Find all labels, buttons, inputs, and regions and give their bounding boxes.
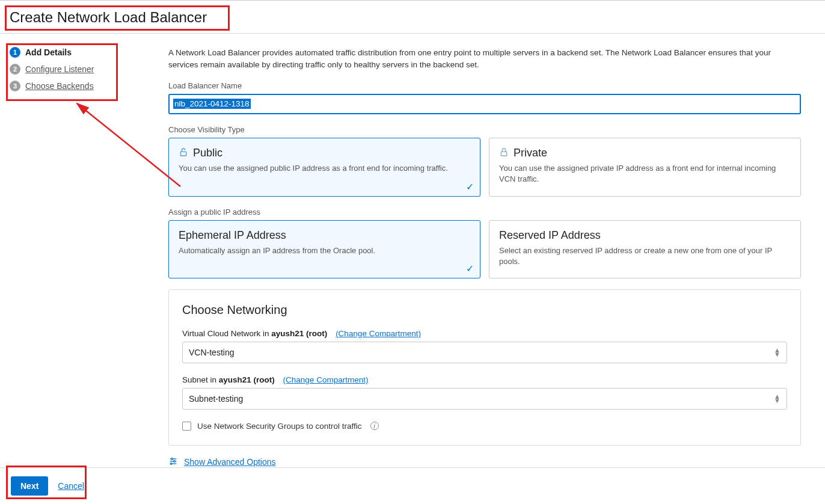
subnet-field-label: Subnet in ayush21 (root) (Change Compart… xyxy=(182,375,787,384)
nsg-checkbox[interactable] xyxy=(182,422,191,431)
sliders-icon xyxy=(168,456,178,468)
input-selected-text: nlb_2021-0412-1318 xyxy=(173,99,251,109)
svg-point-3 xyxy=(171,458,173,460)
card-title-text: Reserved IP Address xyxy=(499,229,601,242)
ip-option-reserved[interactable]: Reserved IP Address Select an existing r… xyxy=(489,220,801,278)
ip-option-ephemeral[interactable]: Ephemeral IP Address Automatically assig… xyxy=(168,220,480,278)
checkmark-icon: ✓ xyxy=(466,263,474,274)
checkmark-icon: ✓ xyxy=(466,181,474,192)
svg-rect-0 xyxy=(180,152,186,156)
vcn-field-label: Virtual Cloud Network in ayush21 (root) … xyxy=(182,329,787,338)
select-value: Subnet-testing xyxy=(189,394,243,404)
card-title-text: Ephemeral IP Address xyxy=(179,229,286,242)
change-compartment-link[interactable]: (Change Compartment) xyxy=(336,329,421,338)
main-content: A Network Load Balancer provides automat… xyxy=(168,34,825,480)
load-balancer-name-input[interactable]: nlb_2021-0412-1318 xyxy=(168,94,801,114)
card-title-text: Public xyxy=(193,147,222,159)
step-number-badge: 1 xyxy=(10,47,20,58)
step-number-badge: 3 xyxy=(10,81,20,91)
wizard-footer: Next Cancel xyxy=(0,467,825,504)
visibility-option-private[interactable]: Private You can use the assigned private… xyxy=(489,138,801,196)
step-label[interactable]: Choose Backends xyxy=(25,81,94,91)
visibility-type-label: Choose Visibility Type xyxy=(168,125,801,134)
change-compartment-link[interactable]: (Change Compartment) xyxy=(283,375,369,384)
step-configure-listener[interactable]: 2 Configure Listener xyxy=(10,64,159,75)
svg-rect-1 xyxy=(501,152,506,156)
assign-ip-label: Assign a public IP address xyxy=(168,207,801,217)
step-add-details: 1 Add Details xyxy=(10,47,159,58)
show-advanced-options-link[interactable]: Show Advanced Options xyxy=(184,457,276,467)
subnet-select[interactable]: Subnet-testing ▲▼ xyxy=(182,388,787,410)
select-value: VCN-testing xyxy=(189,348,234,357)
step-choose-backends[interactable]: 3 Choose Backends xyxy=(10,81,159,91)
wizard-steps-sidebar: 1 Add Details 2 Configure Listener 3 Cho… xyxy=(0,34,168,480)
lock-icon xyxy=(499,147,509,159)
card-description: You can use the assigned public IP addre… xyxy=(179,163,470,174)
load-balancer-name-label: Load Balancer Name xyxy=(168,81,801,90)
intro-description: A Network Load Balancer provides automat… xyxy=(168,47,801,70)
cancel-link[interactable]: Cancel xyxy=(58,481,84,491)
step-label[interactable]: Configure Listener xyxy=(25,64,94,74)
visibility-option-public[interactable]: Public You can use the assigned public I… xyxy=(168,138,480,196)
advanced-options-row: Show Advanced Options xyxy=(168,456,801,468)
networking-title: Choose Networking xyxy=(182,303,787,317)
step-label: Add Details xyxy=(25,48,72,57)
nsg-checkbox-row: Use Network Security Groups to control t… xyxy=(182,422,787,431)
card-description: You can use the assigned private IP addr… xyxy=(499,163,791,185)
card-title-text: Private xyxy=(514,147,547,159)
next-button[interactable]: Next xyxy=(11,476,48,496)
select-stepper-icon: ▲▼ xyxy=(774,348,781,356)
info-icon[interactable]: i xyxy=(370,422,379,430)
card-description: Automatically assign an IP address from … xyxy=(179,245,470,256)
step-number-badge: 2 xyxy=(10,64,20,75)
page-title: Create Network Load Balancer xyxy=(10,9,207,26)
svg-point-5 xyxy=(174,461,176,463)
networking-panel: Choose Networking Virtual Cloud Network … xyxy=(168,289,801,446)
vcn-select[interactable]: VCN-testing ▲▼ xyxy=(182,342,787,363)
unlock-icon xyxy=(179,147,188,159)
nsg-label: Use Network Security Groups to control t… xyxy=(197,422,362,431)
svg-point-7 xyxy=(170,463,172,465)
select-stepper-icon: ▲▼ xyxy=(774,395,781,402)
card-description: Select an existing reserved IP address o… xyxy=(499,245,791,267)
